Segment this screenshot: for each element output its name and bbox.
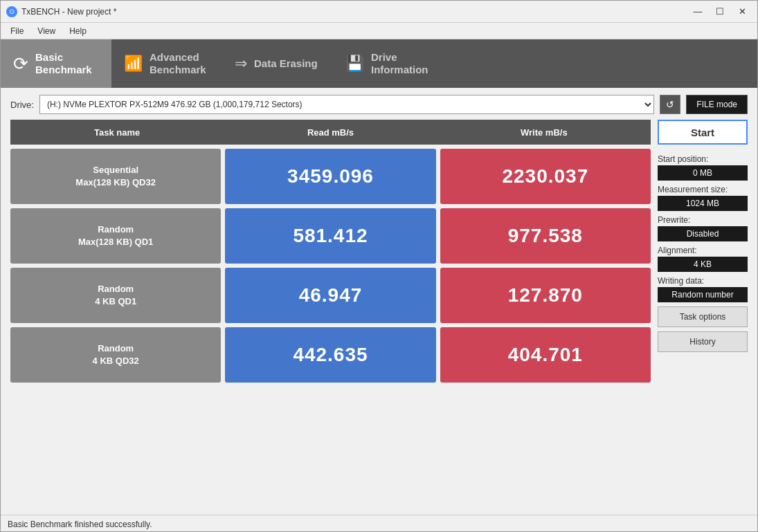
advanced-benchmark-icon: 📶 — [124, 55, 143, 73]
task-label-0: Sequential Max(128 KB) QD32 — [10, 149, 221, 204]
measurement-size-label: Measurement size: — [658, 185, 748, 194]
write-value-2: 127.870 — [440, 268, 651, 323]
prewrite-label: Prewrite: — [658, 215, 748, 225]
menu-file[interactable]: File — [3, 25, 30, 37]
benchmark-table: Task name Read mB/s Write mB/s Sequentia… — [10, 120, 651, 508]
titlebar: ⊙ TxBENCH - New project * — ☐ ✕ — [1, 1, 757, 23]
header-task: Task name — [10, 127, 224, 138]
task-name-1: Random Max(128 KB) QD1 — [78, 223, 153, 248]
tab-drive-information[interactable]: 💾 DriveInformation — [333, 39, 444, 88]
refresh-icon: ↺ — [666, 99, 674, 110]
start-position-label: Start position: — [658, 154, 748, 164]
file-mode-button[interactable]: FILE mode — [686, 95, 748, 114]
tab-advanced-benchmark[interactable]: 📶 AdvancedBenchmark — [111, 39, 222, 88]
table-row: Random Max(128 KB) QD1 581.412 977.538 — [10, 208, 651, 264]
writing-data-label: Writing data: — [658, 276, 748, 286]
read-value-2: 46.947 — [225, 268, 435, 323]
read-value-0: 3459.096 — [225, 149, 435, 204]
tab-basic-label: BasicBenchmark — [35, 51, 92, 76]
table-row: Sequential Max(128 KB) QD32 3459.096 223… — [10, 149, 651, 204]
app-icon: ⊙ — [6, 6, 17, 17]
header-read: Read mB/s — [224, 127, 437, 138]
statusbar: Basic Benchmark finished successfully. — [1, 515, 757, 532]
read-value-3: 442.635 — [225, 327, 435, 383]
task-options-button[interactable]: Task options — [658, 306, 748, 327]
start-button[interactable]: Start — [658, 120, 748, 145]
menubar: File View Help — [1, 23, 757, 39]
task-name-3: Random 4 KB QD32 — [93, 342, 139, 367]
status-text: Basic Benchmark finished successfully. — [8, 520, 152, 529]
tabbar: ⟳ BasicBenchmark 📶 AdvancedBenchmark ⇒ D… — [1, 39, 757, 88]
history-button[interactable]: History — [658, 331, 748, 352]
header-write: Write mB/s — [437, 127, 651, 138]
maximize-button[interactable]: ☐ — [710, 5, 730, 19]
table-row: Random 4 KB QD1 46.947 127.870 — [10, 268, 651, 323]
table-rows: Sequential Max(128 KB) QD32 3459.096 223… — [10, 149, 651, 383]
minimize-button[interactable]: — — [688, 5, 707, 19]
drive-select[interactable]: (H:) NVMe PLEXTOR PX-512M9 476.92 GB (1,… — [39, 95, 654, 114]
read-value-1: 581.412 — [225, 208, 435, 264]
prewrite-value: Disabled — [658, 226, 748, 241]
writing-data-value: Random number — [658, 287, 748, 302]
close-button[interactable]: ✕ — [732, 5, 752, 19]
table-header: Task name Read mB/s Write mB/s — [10, 120, 651, 145]
main-content: Drive: (H:) NVMe PLEXTOR PX-512M9 476.92… — [1, 88, 757, 515]
task-name-2: Random 4 KB QD1 — [95, 283, 136, 308]
drive-row: Drive: (H:) NVMe PLEXTOR PX-512M9 476.92… — [10, 95, 748, 114]
drive-label: Drive: — [10, 100, 34, 110]
task-label-3: Random 4 KB QD32 — [10, 327, 221, 383]
write-value-0: 2230.037 — [440, 149, 651, 204]
drive-information-icon: 💾 — [345, 55, 364, 73]
benchmark-area: Task name Read mB/s Write mB/s Sequentia… — [10, 120, 748, 508]
measurement-size-value: 1024 MB — [658, 196, 748, 211]
menu-view[interactable]: View — [30, 25, 62, 37]
tab-basic-benchmark[interactable]: ⟳ BasicBenchmark — [1, 39, 111, 88]
tab-drive-label: DriveInformation — [371, 51, 428, 76]
window-controls: — ☐ ✕ — [688, 5, 752, 19]
task-label-2: Random 4 KB QD1 — [10, 268, 221, 323]
alignment-label: Alignment: — [658, 246, 748, 255]
basic-benchmark-icon: ⟳ — [13, 53, 28, 75]
refresh-button[interactable]: ↺ — [660, 95, 680, 114]
task-label-1: Random Max(128 KB) QD1 — [10, 208, 221, 264]
menu-help[interactable]: Help — [62, 25, 93, 37]
write-value-3: 404.701 — [440, 327, 651, 383]
start-position-value: 0 MB — [658, 165, 748, 181]
data-erasing-icon: ⇒ — [235, 55, 247, 73]
task-name-0: Sequential Max(128 KB) QD32 — [75, 164, 156, 189]
right-panel: Start Start position: 0 MB Measurement s… — [658, 120, 748, 508]
tab-advanced-label: AdvancedBenchmark — [150, 51, 206, 76]
tab-erasing-label: Data Erasing — [254, 57, 318, 70]
table-row: Random 4 KB QD32 442.635 404.701 — [10, 327, 651, 383]
window-title: TxBENCH - New project * — [21, 7, 688, 17]
write-value-1: 977.538 — [440, 208, 651, 264]
alignment-value: 4 KB — [658, 257, 748, 272]
tab-data-erasing[interactable]: ⇒ Data Erasing — [222, 39, 333, 88]
